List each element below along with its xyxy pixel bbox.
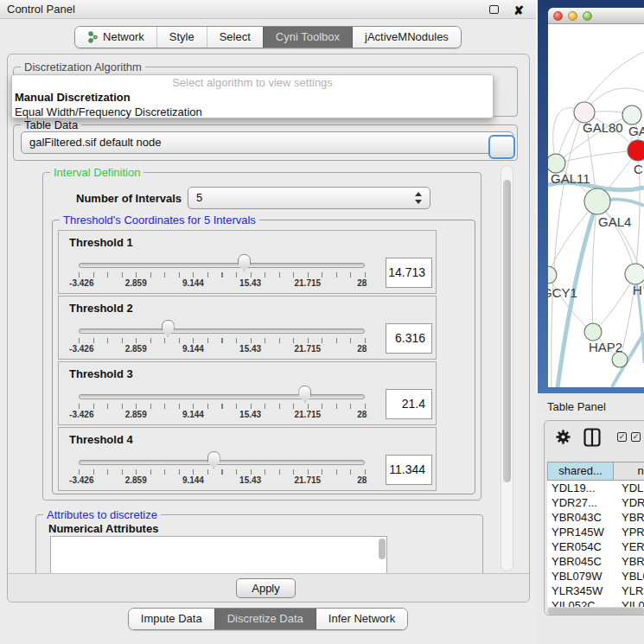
threshold-slider[interactable]: -3.426 2.859 9.144 15.43 21.715 28 xyxy=(79,296,365,360)
table-data-value: galFiltered.sif default node xyxy=(29,132,161,153)
number-of-intervals-combobox[interactable]: 5 xyxy=(188,187,430,209)
algorithm-option-equal-width[interactable]: Equal Width/Frequency Discretization xyxy=(12,105,493,119)
table-toolbar: ✓ ✓ xyxy=(545,425,644,451)
close-traffic-light-icon[interactable] xyxy=(553,11,563,21)
numerical-attributes-list[interactable] xyxy=(50,536,387,573)
table-row[interactable]: YDR27... YDR2 xyxy=(547,495,644,510)
cell-shared-name[interactable]: YIL052C xyxy=(547,598,614,607)
cell-name[interactable]: YIL0 xyxy=(614,598,644,607)
float-window-icon[interactable] xyxy=(489,5,499,14)
minimize-traffic-light-icon[interactable] xyxy=(568,11,577,21)
cell-shared-name[interactable]: YLR345W xyxy=(547,583,614,598)
threshold-slider[interactable]: -3.426 2.859 9.144 15.43 21.715 28 xyxy=(79,362,365,426)
cell-shared-name[interactable]: YDR27... xyxy=(547,495,614,510)
threshold-slider[interactable]: -3.426 2.859 9.144 15.43 21.715 28 xyxy=(79,231,365,295)
algorithm-option-manual[interactable]: Manual Discretization xyxy=(12,90,493,105)
network-node[interactable] xyxy=(584,323,602,341)
cell-shared-name[interactable]: YBL079W xyxy=(547,569,614,583)
table-row[interactable]: YER054C YER0 xyxy=(547,539,644,554)
tab-cyni-toolbox[interactable]: Cyni Toolbox xyxy=(263,27,352,48)
slider-thumb[interactable] xyxy=(298,386,311,403)
checkbox-icon[interactable]: ✓ xyxy=(631,432,641,442)
cell-shared-name[interactable]: YPR145W xyxy=(547,525,614,539)
slider-thumb[interactable] xyxy=(162,320,175,337)
slider-thumb[interactable] xyxy=(207,451,220,469)
network-node[interactable] xyxy=(584,188,610,214)
tab-discretize-data[interactable]: Discretize Data xyxy=(214,609,316,629)
tab-network[interactable]: Network xyxy=(75,27,156,48)
close-icon[interactable]: ✘ xyxy=(513,1,524,20)
cell-name[interactable]: YLR3 xyxy=(614,583,644,598)
network-node[interactable] xyxy=(625,264,644,284)
attribute-list-scrollbar[interactable] xyxy=(379,539,386,559)
slider-track[interactable] xyxy=(79,263,365,268)
table-body[interactable]: YDL19... YDL1 YDR27... YDR2 YBR043C YBR0… xyxy=(547,481,644,607)
apply-button[interactable]: Apply xyxy=(236,578,296,598)
threshold-slider[interactable]: -3.426 2.859 9.144 15.43 21.715 28 xyxy=(79,428,365,492)
network-canvas[interactable]: GAL80GACGAL11GAL4GCY1HHAP2 xyxy=(548,24,644,387)
network-node[interactable] xyxy=(548,266,557,284)
slider-scale-labels: -3.426 2.859 9.144 15.43 21.715 28 xyxy=(79,278,365,289)
column-header-name[interactable]: n xyxy=(614,462,644,481)
network-node[interactable] xyxy=(548,154,565,173)
checkbox-icon[interactable]: ✓ xyxy=(617,432,627,442)
control-panel-titlebar: Control Panel ✘ xyxy=(0,0,536,19)
cell-name[interactable]: YBL0 xyxy=(614,569,644,583)
combo-arrows-icon xyxy=(415,192,422,204)
slider-track[interactable] xyxy=(79,328,365,334)
gear-icon[interactable] xyxy=(555,429,571,445)
cell-name[interactable]: YBR0 xyxy=(614,510,644,525)
column-layout-icon[interactable] xyxy=(583,428,601,447)
slider-track[interactable] xyxy=(79,460,365,465)
table-row[interactable]: YDL19... YDL1 xyxy=(547,481,644,495)
scrollbar-thumb[interactable] xyxy=(503,180,511,482)
cell-name[interactable]: YPR1 xyxy=(614,525,644,539)
cell-name[interactable]: YDL1 xyxy=(614,481,644,495)
tab-infer-network[interactable]: Infer Network xyxy=(316,609,407,629)
network-node[interactable] xyxy=(612,352,628,367)
slider-thumb[interactable] xyxy=(238,254,251,271)
network-node[interactable] xyxy=(628,140,644,161)
table-row[interactable]: YPR145W YPR1 xyxy=(547,525,644,539)
settings-scrollbar[interactable] xyxy=(501,165,513,571)
network-node-label: GAL80 xyxy=(583,120,623,135)
cell-shared-name[interactable]: YBR045C xyxy=(547,554,614,569)
tab-jactivemnodules[interactable]: jActiveMNodules xyxy=(352,27,461,48)
threshold-value-field[interactable]: 11.344 xyxy=(386,455,432,485)
tab-style[interactable]: Style xyxy=(156,27,207,48)
zoom-traffic-light-icon[interactable] xyxy=(583,11,592,21)
table-row[interactable]: YLR345W YLR3 xyxy=(547,583,644,598)
table-row[interactable]: YBR045C YBR0 xyxy=(547,554,644,569)
slider-ticks xyxy=(79,272,366,277)
table-horizontal-scrollbar[interactable] xyxy=(547,607,644,615)
scrollbar-thumb[interactable] xyxy=(548,608,644,615)
cell-shared-name[interactable]: YER054C xyxy=(547,539,614,554)
network-graph: GAL80GACGAL11GAL4GCY1HHAP2 xyxy=(548,24,644,387)
table-row[interactable]: YBR043C YBR0 xyxy=(547,510,644,525)
column-header-shared-name[interactable]: shared... xyxy=(547,462,614,481)
threshold-panel: Threshold 3 -3.426 2.859 9.144 15.43 xyxy=(58,361,437,425)
tab-select[interactable]: Select xyxy=(207,27,263,48)
tab-impute-data[interactable]: Impute Data xyxy=(129,609,214,629)
table-data-combobox[interactable]: galFiltered.sif default node xyxy=(21,131,513,154)
number-of-intervals-label: Number of Intervals xyxy=(76,192,182,205)
table-row[interactable]: YBL079W YBL0 xyxy=(547,569,644,583)
network-node-label: GAL11 xyxy=(551,171,590,186)
table-data-title: Table Data xyxy=(21,118,81,131)
network-node[interactable] xyxy=(622,105,641,124)
cell-shared-name[interactable]: YBR043C xyxy=(547,510,614,525)
threshold-value-field[interactable]: 14.713 xyxy=(386,258,432,288)
algorithm-combobox[interactable] xyxy=(488,135,515,159)
threshold-value-field[interactable]: 21.4 xyxy=(386,389,432,419)
slider-track[interactable] xyxy=(79,394,365,399)
cell-shared-name[interactable]: YDL19... xyxy=(547,481,614,495)
cell-name[interactable]: YDR2 xyxy=(614,495,644,510)
cell-name[interactable]: YER0 xyxy=(614,539,644,554)
table-row[interactable]: YIL052C YIL0 xyxy=(547,598,644,607)
threshold-panels: Threshold 1 -3.426 2.859 9.144 15.43 xyxy=(58,230,437,491)
tab-network-label: Network xyxy=(103,27,144,48)
network-node-label: GA xyxy=(628,124,644,138)
interval-definition-title: Interval Definition xyxy=(50,166,143,179)
cell-name[interactable]: YBR0 xyxy=(614,554,644,569)
threshold-value-field[interactable]: 6.316 xyxy=(386,323,432,354)
